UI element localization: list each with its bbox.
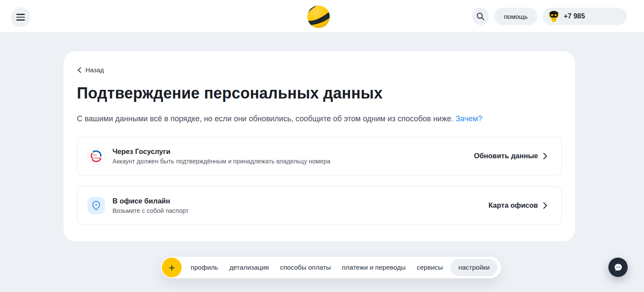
update-data-action[interactable]: Обновить данные — [474, 152, 547, 160]
nav-item-payment-methods[interactable]: способы оплаты — [274, 259, 336, 276]
option-title: Через Госуслуги — [112, 148, 330, 156]
bottom-navigation: + профиль детализация способы оплаты пла… — [161, 257, 501, 278]
option-title: В офисе билайн — [112, 197, 188, 205]
why-link[interactable]: Зачем? — [456, 114, 482, 123]
location-pin-icon — [88, 197, 105, 214]
gosuslugi-logo-icon: гос услуги — [88, 148, 105, 165]
action-label: Карта офисов — [489, 201, 538, 209]
chevron-left-icon — [77, 67, 82, 73]
option-gosuslugi[interactable]: гос услуги Через Госуслуги Аккаунт долже… — [77, 137, 562, 175]
action-label: Обновить данные — [474, 152, 538, 160]
phone-number-label: +7 985 — [564, 12, 585, 20]
nav-item-services[interactable]: сервисы — [411, 259, 449, 276]
search-button[interactable] — [472, 8, 489, 25]
nav-item-profile[interactable]: профиль — [185, 259, 224, 276]
add-button[interactable]: + — [162, 258, 182, 277]
phone-account-widget[interactable]: +7 985 — [543, 8, 627, 25]
option-office-info: В офисе билайн Возьмите с собой паспорт — [88, 197, 188, 214]
option-office[interactable]: В офисе билайн Возьмите с собой паспорт … — [77, 186, 562, 225]
chevron-right-icon — [543, 202, 547, 209]
header-actions: помощь +7 985 — [472, 8, 627, 25]
option-gosuslugi-info: гос услуги Через Госуслуги Аккаунт долже… — [88, 148, 330, 165]
chat-button[interactable] — [608, 258, 628, 277]
chat-bubble-icon — [614, 263, 623, 272]
nav-item-settings[interactable]: настройки — [450, 259, 497, 276]
office-map-action[interactable]: Карта офисов — [489, 201, 547, 209]
hamburger-icon — [16, 14, 25, 15]
back-label: Назад — [85, 66, 104, 74]
content-card: Назад Подтверждение персональных данных … — [64, 51, 575, 241]
option-subtitle: Возьмите с собой паспорт — [112, 207, 188, 214]
plus-icon: + — [168, 262, 175, 273]
nav-item-detalization[interactable]: детализация — [224, 259, 274, 276]
subtitle-text: С вашими данными всё в порядке, но если … — [77, 114, 453, 123]
search-icon — [476, 12, 485, 21]
chevron-right-icon — [543, 153, 547, 160]
page-subtitle: С вашими данными всё в порядке, но если … — [77, 114, 562, 124]
page-title: Подтверждение персональных данных — [77, 84, 562, 102]
robot-mascot-icon — [548, 10, 560, 22]
svg-text:услуги: услуги — [92, 156, 101, 159]
beeline-logo[interactable] — [307, 6, 330, 28]
hamburger-menu-button[interactable] — [11, 7, 30, 27]
top-header: помощь +7 985 — [0, 0, 644, 32]
help-button[interactable]: помощь — [494, 8, 538, 25]
back-link[interactable]: Назад — [77, 66, 104, 74]
beeline-sphere-icon — [307, 6, 330, 28]
nav-item-payments-transfers[interactable]: платежи и переводы — [336, 259, 411, 276]
option-subtitle: Аккаунт должен быть подтверждённым и при… — [112, 158, 330, 165]
